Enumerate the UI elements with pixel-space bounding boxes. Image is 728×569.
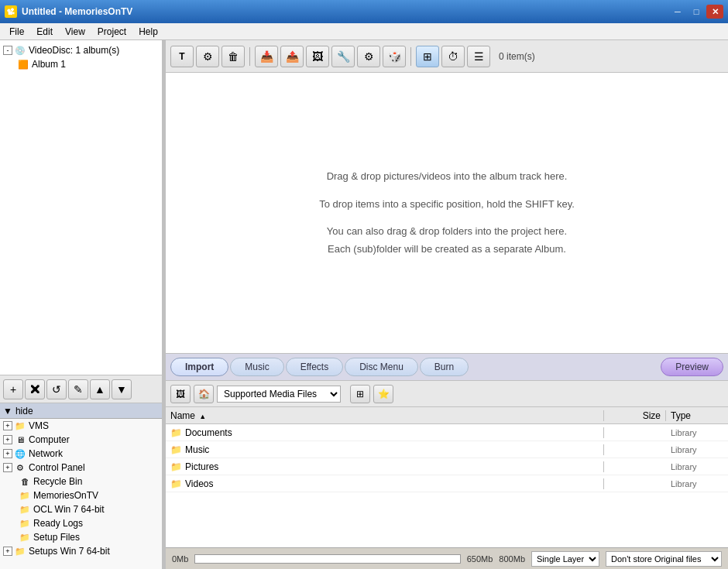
text-button[interactable]: T [170, 46, 194, 67]
tree-album1[interactable]: 🟧 Album 1 [2, 57, 160, 71]
file-list: Name ▲ Size Type 📁 Documents [166, 407, 728, 547]
tab-burn[interactable]: Burn [420, 358, 469, 376]
file-action-button[interactable]: ⭐ [373, 385, 393, 403]
menu-bar: File Edit View Project Help [0, 23, 728, 40]
menu-view[interactable]: View [59, 25, 91, 39]
view-thumbnails-button[interactable]: ⊞ [416, 46, 439, 67]
expander-control-panel[interactable]: + [3, 463, 12, 472]
expander-network[interactable]: + [3, 449, 12, 458]
expander-computer[interactable]: + [3, 435, 12, 444]
view-list-button[interactable]: ☰ [467, 46, 490, 67]
tree-control-panel[interactable]: + ⚙ Control Panel [0, 461, 162, 475]
album-icon: 🟧 [17, 58, 29, 70]
tab-import[interactable]: Import [170, 358, 228, 376]
list-item[interactable]: 📁 Pictures Library [166, 458, 728, 475]
file-icon-videos: 📁 [170, 478, 182, 489]
edit-button[interactable]: ✎ [68, 379, 88, 399]
expander-setups[interactable]: + [3, 547, 12, 556]
toolbar-separator-1 [249, 47, 250, 66]
delete-album-button[interactable]: 🗙 [25, 379, 45, 399]
title-bar: 📽 Untitled - MemoriesOnTV ─ □ ✕ [0, 0, 728, 23]
control-panel-label: Control Panel [29, 462, 85, 473]
wrench-button[interactable]: 🔧 [331, 46, 355, 67]
maximize-button[interactable]: □ [688, 5, 705, 19]
col-header-type[interactable]: Type [666, 410, 728, 421]
dont-store-select[interactable]: Don't store Original files Store Origina… [606, 551, 722, 567]
settings-wheel-button[interactable]: ⚙ [196, 46, 219, 67]
computer-label: Computer [29, 434, 70, 445]
file-type-videos: Library [666, 479, 728, 488]
move-up-button[interactable]: ▲ [90, 379, 110, 399]
tree-network[interactable]: + 🌐 Network [0, 447, 162, 461]
setups-win7-label: Setups Win 7 64-bit [29, 546, 110, 557]
hide-toggle[interactable]: ▼ hide [0, 403, 162, 419]
tree-vms[interactable]: + 📁 VMS [0, 419, 162, 433]
photos-button[interactable]: 🖼 [306, 46, 329, 67]
delete-button[interactable]: 🗑 [221, 46, 245, 67]
project-tree: - 💿 VideoDisc: 1 album(s) 🟧 Album 1 [0, 40, 162, 375]
left-panel: - 💿 VideoDisc: 1 album(s) 🟧 Album 1 + 🗙 … [0, 40, 163, 569]
file-icon-documents: 📁 [170, 427, 182, 438]
tab-disc-menu[interactable]: Disc Menu [345, 358, 418, 376]
folder-icon-ready: 📁 [19, 517, 31, 530]
hide-label: hide [15, 406, 33, 416]
tab-music[interactable]: Music [230, 358, 283, 376]
move-down-button[interactable]: ▼ [112, 379, 132, 399]
file-browser: 🖼 🏠 Supported Media Files All Files Imag… [166, 381, 728, 547]
file-type-music: Library [666, 445, 728, 454]
file-list-header: Name ▲ Size Type [166, 407, 728, 424]
preview-button[interactable]: Preview [661, 358, 723, 376]
file-type-pictures: Library [666, 462, 728, 471]
col-name-label: Name [170, 410, 195, 421]
drop-line4: Each (sub)folder will be created as a se… [319, 240, 575, 258]
expander-vms[interactable]: + [3, 421, 12, 430]
ready-logs-label: Ready Logs [33, 518, 83, 529]
import-button[interactable]: 📥 [255, 46, 278, 67]
settings-button[interactable]: ⚙ [357, 46, 380, 67]
menu-edit[interactable]: Edit [30, 25, 59, 39]
recycle-bin-icon: 🗑 [19, 475, 31, 488]
refresh-button[interactable]: ↺ [46, 379, 67, 399]
app-icon: 📽 [5, 5, 17, 18]
tree-expander-videodisc[interactable]: - [3, 46, 12, 55]
view-filmstrip-button[interactable]: ⏱ [441, 46, 465, 67]
list-item[interactable]: 📁 Documents Library [166, 424, 728, 441]
menu-project[interactable]: Project [91, 25, 132, 39]
minimize-button[interactable]: ─ [669, 5, 686, 19]
tree-setup-files[interactable]: 📁 Setup Files [0, 530, 162, 544]
tree-memoriesontv[interactable]: 📁 MemoriesOnTV [0, 488, 162, 502]
album-drop-area[interactable]: Drag & drop pictures/videos into the alb… [166, 73, 728, 353]
file-browser-back[interactable]: 🖼 [170, 385, 191, 403]
file-type-filter[interactable]: Supported Media Files All Files Images O… [217, 386, 341, 403]
add-album-button[interactable]: + [3, 379, 23, 399]
export-button[interactable]: 📤 [280, 46, 304, 67]
left-file-tree: ▼ hide + 📁 VMS + 🖥 Computer + 🌐 Network [0, 403, 162, 569]
layer-select[interactable]: Single Layer Dual Layer [531, 551, 599, 567]
col-header-size[interactable]: Size [604, 410, 666, 421]
tree-computer[interactable]: + 🖥 Computer [0, 433, 162, 447]
cube-button[interactable]: 🎲 [383, 46, 406, 67]
tab-effects[interactable]: Effects [286, 358, 343, 376]
file-browser-home[interactable]: 🏠 [194, 385, 214, 403]
file-view-toggle[interactable]: ⊞ [350, 385, 370, 403]
list-item[interactable]: 📁 Videos Library [166, 475, 728, 492]
menu-help[interactable]: Help [132, 25, 164, 39]
list-item[interactable]: 📁 Music Library [166, 441, 728, 458]
folder-icon-mot: 📁 [19, 489, 31, 502]
tab-bar: Import Music Effects Disc Menu Burn Prev… [166, 353, 728, 381]
tree-ocl[interactable]: 📁 OCL Win 7 64-bit [0, 502, 162, 516]
videodisc-icon: 💿 [14, 44, 26, 57]
file-browser-toolbar: 🖼 🏠 Supported Media Files All Files Imag… [166, 381, 728, 407]
tree-recycle-bin[interactable]: 🗑 Recycle Bin [0, 475, 162, 488]
tree-ready-logs[interactable]: 📁 Ready Logs [0, 516, 162, 530]
status-800mb: 800Mb [499, 554, 525, 564]
menu-file[interactable]: File [3, 25, 30, 39]
close-button[interactable]: ✕ [706, 5, 723, 19]
tree-videodisc[interactable]: - 💿 VideoDisc: 1 album(s) [2, 43, 160, 57]
col-header-name[interactable]: Name ▲ [166, 410, 604, 421]
network-icon: 🌐 [14, 447, 26, 460]
setup-files-label: Setup Files [33, 532, 80, 543]
computer-icon: 🖥 [14, 434, 26, 446]
progress-bar [194, 554, 460, 564]
tree-setups-win7[interactable]: + 📁 Setups Win 7 64-bit [0, 544, 162, 558]
